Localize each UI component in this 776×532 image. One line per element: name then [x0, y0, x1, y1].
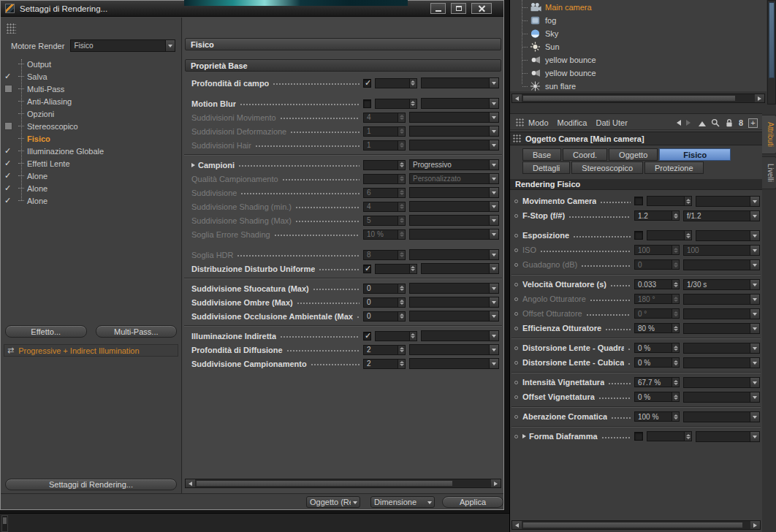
- spinner-arrows-icon[interactable]: [397, 141, 405, 150]
- keyframe-dot[interactable]: [514, 415, 518, 419]
- keyframe-dot[interactable]: [514, 435, 518, 438]
- spinner-arrows-icon[interactable]: [397, 161, 405, 170]
- dropdown-arrow-icon[interactable]: [750, 343, 759, 353]
- keyframe-dot[interactable]: [514, 263, 518, 267]
- dropdown-arrow-icon[interactable]: [489, 264, 498, 273]
- dropdown[interactable]: [683, 392, 760, 403]
- object-row[interactable]: Sun: [510, 40, 767, 53]
- number-field[interactable]: [375, 331, 417, 341]
- checkbox[interactable]: [363, 79, 371, 88]
- dropdown-arrow-icon[interactable]: [489, 359, 498, 368]
- dropdown-arrow-icon[interactable]: [351, 498, 360, 506]
- attribute-hscrollbar[interactable]: [511, 520, 761, 530]
- dropdown-arrow-icon[interactable]: [489, 297, 498, 307]
- number-field[interactable]: [363, 160, 406, 170]
- checkbox[interactable]: [363, 99, 371, 108]
- dropdown-arrow-icon[interactable]: [750, 260, 759, 270]
- menu-modo[interactable]: Modo: [528, 118, 549, 127]
- scrollbar-thumb[interactable]: [522, 522, 743, 528]
- scroll-right-arrow[interactable]: [750, 521, 760, 529]
- number-field[interactable]: 4: [363, 113, 406, 123]
- close-button[interactable]: [471, 3, 492, 14]
- dropdown[interactable]: [683, 308, 760, 319]
- minimize-button[interactable]: [430, 3, 446, 14]
- spinner-arrows-icon[interactable]: [397, 298, 405, 307]
- number-field[interactable]: [647, 230, 692, 240]
- number-field[interactable]: [375, 99, 417, 109]
- settings-tree-item[interactable]: Fisico: [1, 132, 181, 145]
- dropdown-arrow-icon[interactable]: [489, 284, 498, 293]
- number-field[interactable]: 4: [363, 202, 406, 212]
- object-row[interactable]: sun flare: [510, 80, 767, 91]
- keyframe-dot[interactable]: [514, 283, 518, 286]
- scrollbar-track[interactable]: [522, 521, 750, 529]
- number-field[interactable]: 80 %: [634, 323, 680, 333]
- dropdown[interactable]: [409, 112, 499, 123]
- spinner-arrows-icon[interactable]: [397, 216, 405, 225]
- object-render-dropdown[interactable]: Oggetto (Re: [306, 496, 360, 508]
- settings-tree-item[interactable]: Illuminazione Globale: [1, 145, 181, 157]
- checkbox[interactable]: [634, 197, 643, 205]
- scroll-right-arrow[interactable]: [491, 479, 501, 487]
- dropdown-arrow-icon[interactable]: [489, 188, 498, 197]
- manager-tab[interactable]: Attributi: [762, 115, 776, 154]
- spinner-arrows-icon[interactable]: [672, 324, 679, 332]
- dropdown-arrow-icon[interactable]: [489, 99, 498, 108]
- dropdown-arrow-icon[interactable]: [489, 250, 498, 259]
- expand-arrow-icon[interactable]: [522, 434, 526, 438]
- scrollbar-thumb[interactable]: [522, 95, 736, 102]
- keyframe-dot[interactable]: [514, 346, 518, 350]
- number-field[interactable]: 0: [363, 284, 406, 294]
- render-preset-row[interactable]: ⇄ Progressive + Indirect Illumination: [4, 344, 178, 357]
- keyframe-dot[interactable]: [514, 327, 518, 330]
- settings-tree-item[interactable]: Stereoscopico: [1, 120, 181, 132]
- settings-tree-item[interactable]: Alone: [1, 182, 181, 194]
- spinner-arrows-icon[interactable]: [397, 202, 405, 211]
- scroll-left-arrow[interactable]: [512, 94, 522, 102]
- dropdown[interactable]: [409, 283, 499, 294]
- scrollbar-thumb[interactable]: [769, 2, 775, 78]
- number-field[interactable]: [375, 78, 417, 88]
- checkbox[interactable]: [634, 231, 643, 240]
- settings-tree-item[interactable]: Output: [1, 58, 181, 70]
- spinner-arrows-icon[interactable]: [397, 312, 405, 321]
- dropdown[interactable]: [696, 196, 760, 207]
- attribute-tab[interactable]: Base: [522, 148, 561, 161]
- settings-tree-item[interactable]: Effetti Lente: [1, 157, 181, 170]
- new-panel-icon[interactable]: +: [748, 118, 758, 128]
- history-forward-icon[interactable]: [686, 120, 693, 126]
- apply-button[interactable]: Applica: [442, 496, 503, 508]
- spinner-arrows-icon[interactable]: [672, 211, 679, 220]
- menu-modifica[interactable]: Modifica: [558, 118, 587, 127]
- number-field[interactable]: 67.7 %: [634, 377, 680, 387]
- dropdown[interactable]: f/1.2: [683, 210, 760, 221]
- number-field[interactable]: 2: [363, 359, 406, 369]
- dropdown-arrow-icon[interactable]: [750, 231, 759, 240]
- number-field[interactable]: 5: [363, 216, 406, 226]
- number-field[interactable]: 2: [363, 345, 406, 355]
- keyframe-dot[interactable]: [514, 234, 518, 238]
- dropdown-arrow-icon[interactable]: [750, 412, 759, 422]
- number-field[interactable]: 6: [363, 188, 406, 198]
- number-field[interactable]: 0 %: [634, 392, 680, 402]
- dropdown[interactable]: [409, 344, 499, 355]
- render-engine-select[interactable]: Fisico: [70, 39, 175, 52]
- dropdown[interactable]: [683, 411, 760, 422]
- dropdown[interactable]: 1/30 s: [683, 279, 760, 290]
- spinner-arrows-icon[interactable]: [672, 280, 679, 289]
- number-field[interactable]: 0 %: [634, 343, 680, 353]
- checkbox[interactable]: [363, 332, 371, 341]
- effect-button[interactable]: Effetto...: [5, 325, 87, 338]
- number-field[interactable]: 0.033: [634, 279, 680, 289]
- number-field[interactable]: 0 °: [634, 308, 680, 319]
- number-field[interactable]: 100 %: [634, 411, 680, 422]
- object-row[interactable]: Main camera: [510, 1, 767, 14]
- spinner-arrows-icon[interactable]: [397, 175, 405, 183]
- dropdown-arrow-icon[interactable]: [489, 216, 498, 225]
- dropdown[interactable]: 100: [683, 245, 760, 256]
- dropdown-arrow-icon[interactable]: [489, 78, 498, 88]
- settings-tree-item[interactable]: Salva: [1, 70, 181, 83]
- scroll-right-arrow[interactable]: [755, 94, 764, 102]
- keyframe-dot[interactable]: [514, 200, 518, 203]
- number-field[interactable]: 0: [634, 259, 680, 270]
